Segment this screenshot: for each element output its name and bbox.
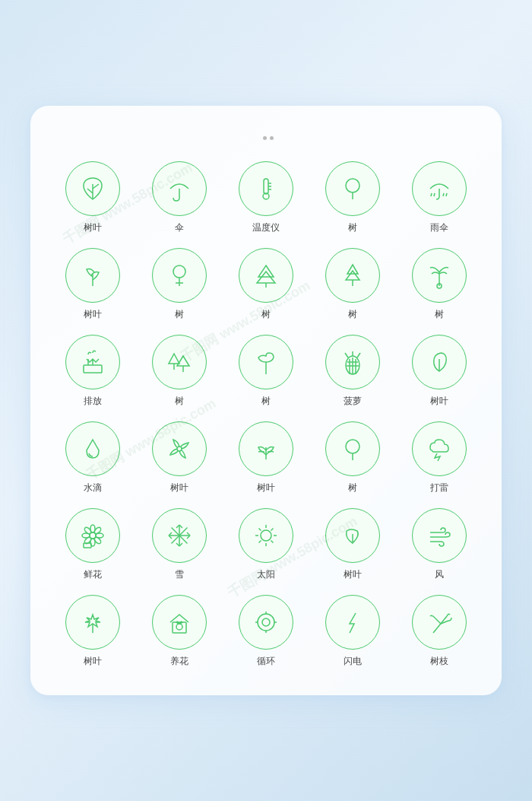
icon-item-29: 树枝 [400,595,479,668]
icon-item-10: 排放 [53,335,132,408]
icon-label-10: 排放 [84,395,102,408]
icon-circle-maple[interactable] [65,595,120,650]
icon-label-26: 养花 [170,655,188,668]
icon-circle-herb[interactable] [239,421,293,476]
icon-label-7: 树 [261,308,271,321]
svg-line-13 [434,193,435,196]
icon-item-22: 太阳 [226,508,306,581]
icon-circle-thunder-cloud[interactable] [412,421,467,476]
svg-line-80 [259,541,261,543]
icon-circle-snowflake[interactable] [152,508,207,563]
svg-line-79 [271,529,274,531]
icon-label-0: 树叶 [84,221,102,234]
svg-point-46 [177,447,182,451]
icon-circle-lightning[interactable] [325,595,380,650]
icon-item-8: 树 [313,248,392,321]
icon-label-17: 树叶 [257,482,275,494]
svg-line-14 [443,193,444,196]
svg-point-48 [346,440,359,453]
svg-marker-31 [169,354,179,364]
icon-circle-leaf3[interactable] [325,508,380,563]
svg-marker-23 [347,265,358,274]
icon-label-16: 树叶 [170,482,188,494]
dot2 [270,136,274,140]
icon-label-3: 树 [348,221,357,234]
svg-line-1 [93,184,99,189]
icon-label-9: 树 [435,308,444,321]
icon-circle-tall-pine[interactable] [325,248,380,303]
icon-item-14: 树叶 [400,335,479,408]
icon-item-4: 雨伞 [400,161,479,234]
icon-item-26: 养花 [140,595,219,668]
svg-line-39 [357,353,360,358]
icon-circle-tree-lollipop[interactable] [325,421,380,476]
svg-rect-28 [84,365,102,373]
icon-label-5: 树叶 [84,308,102,321]
icon-item-24: 风 [400,508,479,581]
header [53,136,479,140]
icon-label-4: 雨伞 [430,221,448,234]
icon-label-28: 闪电 [344,655,362,668]
icon-circle-pine[interactable] [239,248,293,303]
icon-circle-thermometer[interactable] [239,161,293,216]
svg-line-12 [431,193,432,196]
icon-label-15: 水滴 [84,482,102,494]
icon-label-11: 树 [175,395,184,408]
icon-circle-umbrella-rain[interactable] [412,161,467,216]
icon-item-3: 树 [313,161,392,234]
icon-circle-waterdrop[interactable] [65,421,120,476]
icon-circle-tree-round[interactable] [325,161,380,216]
icon-item-5: 树叶 [53,248,132,321]
icon-circle-house-flower[interactable] [152,595,207,650]
icon-circle-umbrella[interactable] [152,161,207,216]
icon-item-16: 树叶 [140,421,219,494]
icon-circle-sun[interactable] [239,508,293,563]
icon-circle-branch[interactable] [412,595,467,650]
icon-circle-pineapple[interactable] [325,335,380,389]
icon-item-21: 雪 [140,508,219,581]
icon-item-15: 水滴 [53,421,132,494]
icon-item-6: 树 [140,248,219,321]
icon-item-17: 树叶 [226,421,306,494]
svg-line-15 [446,193,447,196]
icon-circle-leaf[interactable] [65,161,120,216]
icon-label-27: 循环 [257,655,275,668]
icon-circle-two-pines[interactable] [152,335,207,389]
icon-label-19: 打雷 [430,482,448,494]
svg-point-17 [173,265,185,278]
icon-item-2: 温度仪 [226,161,306,234]
icon-circle-palm[interactable] [412,248,467,303]
icon-item-11: 树 [140,335,219,408]
icon-item-9: 树 [400,248,479,321]
icon-label-18: 树 [348,482,357,494]
icon-label-2: 温度仪 [252,221,280,234]
main-card: 千图网 www.58pic.com 千图网 www.58pic.com 千图网 … [30,106,502,695]
icon-item-13: 菠萝 [313,335,392,408]
header-subtitle [53,136,479,140]
icon-circle-leaf2[interactable] [412,335,467,389]
icon-item-27: 循环 [226,595,306,668]
icon-circle-flower[interactable] [65,508,120,563]
icon-circle-wind[interactable] [412,508,467,563]
dot1 [263,136,267,140]
icon-circle-sprout[interactable] [65,248,120,303]
icon-label-6: 树 [175,308,184,321]
icon-circle-windmill[interactable] [152,421,207,476]
svg-point-72 [261,530,271,541]
icon-item-20: 鲜花 [53,508,132,581]
icon-circle-cycle[interactable] [239,595,293,650]
icon-item-19: 打雷 [400,421,479,494]
icon-label-8: 树 [348,308,357,321]
svg-marker-33 [177,356,189,366]
icon-circle-tree-circle[interactable] [152,248,207,303]
icon-item-18: 树 [313,421,392,494]
icon-item-12: 树 [226,335,306,408]
icon-item-7: 树 [226,248,306,321]
icon-label-25: 树叶 [84,655,102,668]
icon-circle-factory[interactable] [65,335,120,389]
icon-label-20: 鲜花 [84,568,102,581]
icon-circle-oak[interactable] [239,335,293,389]
icon-label-13: 菠萝 [344,395,362,408]
header-dots [263,136,274,140]
icon-label-14: 树叶 [430,395,448,408]
